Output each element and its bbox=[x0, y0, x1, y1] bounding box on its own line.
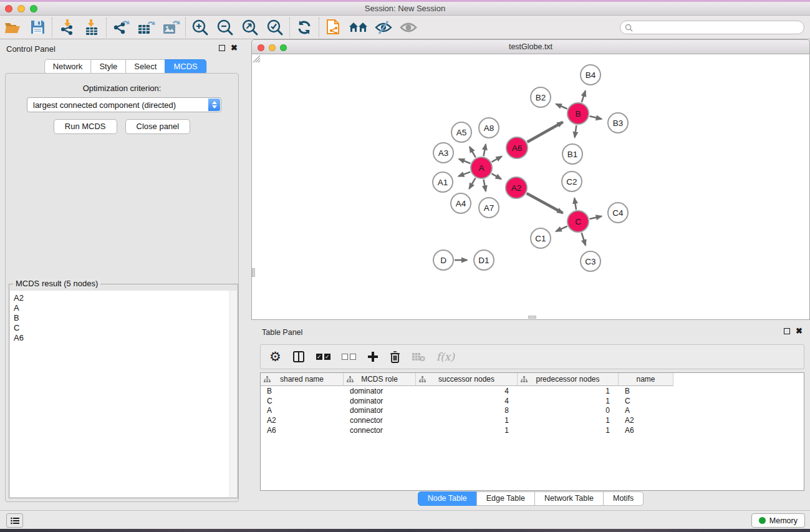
table-cell[interactable]: 1 bbox=[518, 397, 619, 405]
network-vscroll-thumb[interactable] bbox=[252, 268, 255, 277]
table-cell[interactable]: 8 bbox=[416, 406, 518, 415]
table-cell[interactable]: connector bbox=[344, 426, 416, 435]
run-mcds-button[interactable]: Run MCDS bbox=[54, 119, 117, 134]
table-cell[interactable]: A6 bbox=[261, 426, 344, 435]
result-list-scrollbar[interactable] bbox=[229, 291, 237, 497]
new-network-button[interactable] bbox=[321, 17, 346, 38]
table-row[interactable]: A6connector11A6 bbox=[261, 425, 804, 435]
table-row[interactable]: Cdominator41C bbox=[261, 396, 804, 406]
table-cell[interactable]: A2 bbox=[261, 416, 344, 425]
network-canvas[interactable]: B4B2BB3A5A8A6A3AA1B1C2A4A7A2CC4C1C3DD1 bbox=[251, 54, 810, 320]
table-cell[interactable]: A bbox=[619, 406, 673, 415]
graph-node-D1[interactable]: D1 bbox=[474, 250, 494, 270]
mcds-result-list[interactable]: A2ABCA6 bbox=[10, 291, 237, 497]
table-cell[interactable]: 1 bbox=[518, 416, 619, 425]
graph-node-A8[interactable]: A8 bbox=[479, 118, 499, 138]
zoom-out-button[interactable] bbox=[213, 17, 238, 38]
zoom-in-button[interactable] bbox=[188, 17, 213, 38]
graph-node-A5[interactable]: A5 bbox=[451, 122, 471, 142]
network-hscroll-thumb[interactable] bbox=[528, 316, 536, 319]
table-cell[interactable]: B bbox=[619, 387, 673, 395]
search-input[interactable] bbox=[633, 23, 804, 32]
zoom-selected-button[interactable] bbox=[263, 17, 287, 38]
graph-node-B2[interactable]: B2 bbox=[531, 87, 551, 107]
table-cell[interactable]: dominator bbox=[344, 397, 416, 405]
show-graphics-button[interactable] bbox=[396, 17, 421, 38]
graph-node-B4[interactable]: B4 bbox=[581, 65, 600, 85]
table-cell[interactable]: 1 bbox=[518, 426, 619, 435]
graph-node-C1[interactable]: C1 bbox=[531, 228, 551, 248]
tab-select[interactable]: Select bbox=[125, 59, 165, 74]
table-cell[interactable]: 1 bbox=[518, 387, 619, 395]
close-panel-icon[interactable]: ✖ bbox=[231, 45, 238, 51]
select-all-columns-button[interactable]: ✓ ✓ bbox=[316, 354, 330, 360]
table-row[interactable]: Adominator80A bbox=[261, 406, 804, 416]
import-table-button[interactable] bbox=[79, 17, 104, 38]
table-cell[interactable]: 0 bbox=[518, 406, 619, 415]
home-view-button[interactable] bbox=[346, 17, 371, 38]
graph-node-A7[interactable]: A7 bbox=[479, 198, 499, 218]
graph-node-C[interactable]: C bbox=[567, 211, 589, 232]
result-list-item[interactable]: A bbox=[10, 303, 237, 313]
table-settings-button[interactable]: ⚙ bbox=[269, 351, 281, 363]
export-image-button[interactable] bbox=[158, 17, 183, 38]
column-header-MCDS-role[interactable]: MCDS role bbox=[344, 373, 416, 386]
show-columns-button[interactable] bbox=[292, 351, 305, 363]
column-header-shared-name[interactable]: shared name bbox=[261, 373, 344, 386]
export-network-button[interactable] bbox=[108, 17, 133, 38]
criterion-dropdown[interactable]: largest connected component (directed) bbox=[27, 97, 221, 112]
column-header-name[interactable]: name bbox=[619, 373, 673, 386]
save-session-button[interactable] bbox=[25, 17, 50, 38]
table-cell[interactable]: A2 bbox=[619, 416, 673, 425]
graph-node-A3[interactable]: A3 bbox=[433, 143, 453, 163]
import-network-button[interactable] bbox=[54, 17, 79, 38]
graph-node-A6[interactable]: A6 bbox=[506, 137, 528, 158]
graph-node-B[interactable]: B bbox=[567, 103, 589, 124]
graph-node-C3[interactable]: C3 bbox=[581, 251, 600, 271]
graph-node-A2[interactable]: A2 bbox=[506, 177, 527, 198]
column-header-predecessor-nodes[interactable]: predecessor nodes bbox=[518, 373, 619, 386]
node-table[interactable]: shared nameMCDS rolesuccessor nodesprede… bbox=[260, 372, 804, 491]
float-panel-icon[interactable] bbox=[219, 45, 225, 51]
table-cell[interactable]: A bbox=[261, 406, 344, 415]
tab-network[interactable]: Network bbox=[44, 59, 92, 74]
tab-node-table[interactable]: Node Table bbox=[418, 491, 477, 506]
table-cell[interactable]: B bbox=[261, 387, 344, 395]
close-table-panel-icon[interactable]: ✖ bbox=[796, 328, 803, 334]
tab-motifs[interactable]: Motifs bbox=[603, 491, 644, 506]
graph-node-C4[interactable]: C4 bbox=[608, 203, 628, 223]
zoom-fit-button[interactable] bbox=[238, 17, 263, 38]
table-cell[interactable]: dominator bbox=[344, 406, 416, 415]
refresh-view-button[interactable] bbox=[292, 17, 317, 38]
network-window-titlebar[interactable]: testGlobe.txt bbox=[251, 39, 810, 54]
graph-node-A4[interactable]: A4 bbox=[451, 193, 471, 213]
column-header-successor-nodes[interactable]: successor nodes bbox=[416, 373, 518, 386]
table-cell[interactable]: 1 bbox=[416, 426, 518, 435]
resize-grip-icon[interactable] bbox=[252, 54, 261, 63]
tab-edge-table[interactable]: Edge Table bbox=[476, 491, 535, 506]
table-cell[interactable]: connector bbox=[344, 416, 416, 425]
graph-node-B1[interactable]: B1 bbox=[562, 144, 582, 164]
table-cell[interactable]: 4 bbox=[416, 387, 518, 395]
tab-network-table[interactable]: Network Table bbox=[534, 491, 604, 506]
table-cell[interactable]: C bbox=[261, 397, 344, 405]
table-cell[interactable]: C bbox=[619, 397, 673, 405]
hide-style-button[interactable] bbox=[371, 17, 396, 38]
table-row[interactable]: Bdominator41B bbox=[261, 386, 804, 396]
close-panel-button[interactable]: Close panel bbox=[125, 119, 191, 134]
table-row[interactable]: A2connector11A2 bbox=[261, 415, 804, 425]
tab-mcds[interactable]: MCDS bbox=[165, 59, 206, 74]
graph-node-D[interactable]: D bbox=[433, 250, 453, 270]
create-column-button[interactable] bbox=[367, 351, 378, 362]
table-cell[interactable]: 1 bbox=[416, 416, 518, 425]
result-list-item[interactable]: C bbox=[10, 323, 237, 333]
float-table-panel-icon[interactable] bbox=[784, 328, 790, 334]
result-list-item[interactable]: A2 bbox=[10, 293, 237, 303]
graph-node-C2[interactable]: C2 bbox=[562, 172, 582, 191]
memory-button[interactable]: Memory bbox=[751, 513, 805, 528]
panel-list-button[interactable] bbox=[6, 513, 23, 528]
search-field[interactable] bbox=[620, 21, 804, 34]
result-list-item[interactable]: A6 bbox=[10, 333, 237, 343]
table-cell[interactable]: A6 bbox=[619, 426, 673, 435]
graph-node-B3[interactable]: B3 bbox=[608, 113, 628, 133]
